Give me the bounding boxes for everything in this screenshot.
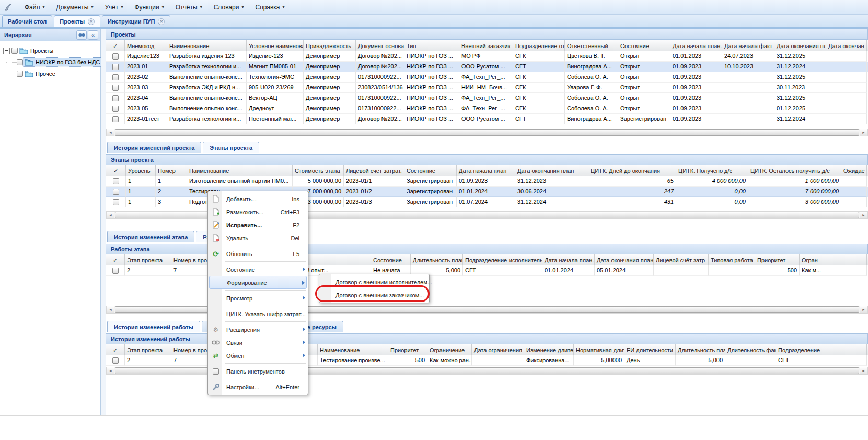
context-menu-item[interactable]: Настройки...Alt+Enter: [209, 380, 307, 393]
scrollbar-left-arrow-icon[interactable]: ◄: [107, 367, 114, 374]
column-header[interactable]: Ответственный: [565, 40, 618, 51]
scrollbar-thumb[interactable]: [115, 129, 859, 136]
context-menu-item[interactable]: Исправить...F2: [209, 218, 307, 231]
submenu-item[interactable]: Договор с внешним исполнителем...: [320, 275, 428, 288]
checkbox[interactable]: [112, 357, 119, 364]
scrollbar-left-arrow-icon[interactable]: ◄: [107, 306, 114, 313]
tab-history-0[interactable]: История изменений работы: [107, 321, 200, 332]
tree-item[interactable]: Проекты: [0, 45, 100, 56]
column-header[interactable]: Состояние: [618, 40, 670, 51]
context-menu-item[interactable]: Состояние: [209, 263, 307, 276]
column-header[interactable]: Типовая работа: [709, 254, 755, 265]
select-all-column-header[interactable]: ✓: [106, 165, 126, 176]
scrollbar-left-arrow-icon[interactable]: ◄: [107, 129, 114, 136]
column-header[interactable]: Этап проекта: [125, 344, 171, 355]
column-header[interactable]: Нормативная длит: [574, 344, 624, 355]
column-header[interactable]: Дата начала план.: [542, 254, 595, 265]
context-menu-item[interactable]: Формирование: [209, 276, 307, 289]
column-header[interactable]: Наименование: [318, 344, 388, 355]
expand-toggle[interactable]: [3, 48, 10, 54]
context-menu-item[interactable]: УдалитьDel: [209, 231, 307, 245]
table-row[interactable]: 2023-03Разработка ЭКД и РКД н...905-U020…: [106, 83, 868, 93]
column-header[interactable]: Дата окончания план: [515, 165, 588, 176]
column-header[interactable]: Дата начала факт: [722, 40, 774, 51]
tree-item[interactable]: НИОКР по ГОЗ без НДС: [0, 56, 100, 68]
column-header[interactable]: ЦИТК. Получено д/с: [676, 165, 748, 176]
column-header[interactable]: Дата окончания план: [595, 254, 654, 265]
context-menu-item[interactable]: ЦИТК. Указать шифр затрат...: [209, 307, 307, 320]
collapse-left-icon[interactable]: «: [88, 30, 98, 40]
checkbox[interactable]: [113, 178, 119, 184]
column-header[interactable]: Подразделение: [776, 344, 867, 355]
h-scrollbar-projects[interactable]: ◄►: [106, 129, 868, 136]
select-all-column-header[interactable]: ✓: [106, 40, 125, 51]
select-all-column-header[interactable]: ✓: [106, 344, 125, 355]
context-menu-item[interactable]: ⟳ОбновитьF5: [209, 247, 307, 260]
close-icon[interactable]: ✕: [158, 18, 165, 25]
checkbox[interactable]: [112, 53, 119, 60]
context-menu-item[interactable]: Добавить...Ins: [209, 192, 307, 205]
column-header[interactable]: Дата начала план: [457, 165, 515, 176]
column-header[interactable]: Наименование: [187, 165, 293, 176]
checkbox[interactable]: [112, 85, 119, 91]
menu-item[interactable]: Учёт▾: [99, 2, 129, 13]
context-menu-item[interactable]: Панель инструментов: [209, 365, 307, 378]
checkbox[interactable]: [112, 268, 119, 274]
column-header[interactable]: Огран: [800, 254, 867, 265]
column-header[interactable]: Мнемокод: [125, 40, 167, 51]
column-header[interactable]: Принадлежность: [304, 40, 356, 51]
column-header[interactable]: Дата окончан: [826, 40, 867, 51]
column-header[interactable]: Подразделение-от: [513, 40, 565, 51]
close-icon[interactable]: ✕: [88, 18, 95, 25]
table-row[interactable]: 2023-01тестРазработка технологии и...Пос…: [106, 114, 868, 124]
select-all-column-header[interactable]: ✓: [106, 254, 125, 265]
tab-stages-0[interactable]: История изменений проекта: [107, 142, 201, 153]
column-header[interactable]: Ограничение: [427, 344, 472, 355]
checkbox[interactable]: [112, 116, 119, 122]
sidebar-splitter[interactable]: [101, 29, 106, 415]
menu-item[interactable]: Файл▾: [19, 2, 51, 13]
tab-stages-1[interactable]: Этапы проекта: [203, 142, 259, 153]
tree-item[interactable]: Прочее: [0, 68, 100, 79]
column-header[interactable]: Длительность пла: [676, 344, 725, 355]
column-header[interactable]: Состояние: [371, 254, 411, 265]
table-row[interactable]: 11Изготовление опытной партии ПМ0...5 00…: [106, 176, 868, 187]
column-header[interactable]: Стоимость этапа: [293, 165, 344, 176]
checkbox[interactable]: [112, 106, 119, 112]
column-header[interactable]: Документ-основан: [356, 40, 404, 51]
column-header[interactable]: Приоритет: [388, 344, 427, 355]
column-header[interactable]: Дата окончания пл: [774, 40, 826, 51]
window-tab[interactable]: Инструкции ПУП✕: [102, 15, 170, 27]
column-header[interactable]: Внешний заказчик: [459, 40, 513, 51]
column-header[interactable]: Уровень: [126, 165, 156, 176]
column-header[interactable]: Лицевой счёт затрат.: [344, 165, 404, 176]
window-tab[interactable]: Проекты✕: [54, 15, 100, 27]
column-header[interactable]: Приоритет: [755, 254, 800, 265]
context-menu-item[interactable]: ⇄Обмен: [209, 349, 307, 362]
checkbox[interactable]: [17, 71, 23, 77]
column-header[interactable]: Лицевой счёт затр: [654, 254, 709, 265]
context-menu-item[interactable]: Связи: [209, 336, 307, 349]
context-menu-item[interactable]: Размножить...Ctrl+F3: [209, 205, 307, 218]
scrollbar-right-arrow-icon[interactable]: ►: [860, 306, 867, 313]
column-header[interactable]: Длительность план▼: [411, 254, 463, 265]
column-header[interactable]: ЕИ длительности: [624, 344, 676, 355]
checkbox[interactable]: [112, 64, 119, 70]
column-header[interactable]: Этап проекта: [125, 254, 171, 265]
table-row[interactable]: Изделие123Разработка изделия 123Изделие-…: [106, 51, 868, 62]
column-header[interactable]: Длительность фак: [725, 344, 776, 355]
tab-works-0[interactable]: История изменений этапа: [107, 231, 194, 242]
context-menu-item[interactable]: Просмотр: [209, 292, 307, 305]
column-header[interactable]: Состояние: [404, 165, 457, 176]
window-tab[interactable]: Рабочий стол: [2, 15, 52, 27]
column-header[interactable]: Подразделение-исполнитель.: [463, 254, 542, 265]
submenu-item[interactable]: Договор с внешним заказчиком...: [320, 288, 428, 302]
menu-item[interactable]: Документы▾: [51, 2, 99, 13]
column-header[interactable]: Тип: [404, 40, 459, 51]
column-header[interactable]: ЦИТК. Дней до окончания: [588, 165, 676, 176]
context-menu-item[interactable]: ⚙Расширения: [209, 323, 307, 336]
column-header[interactable]: ЦИТК. Осталось получить д/с: [748, 165, 841, 176]
checkbox[interactable]: [113, 189, 119, 195]
menu-item[interactable]: Словари▾: [208, 2, 250, 13]
checkbox[interactable]: [11, 48, 18, 54]
